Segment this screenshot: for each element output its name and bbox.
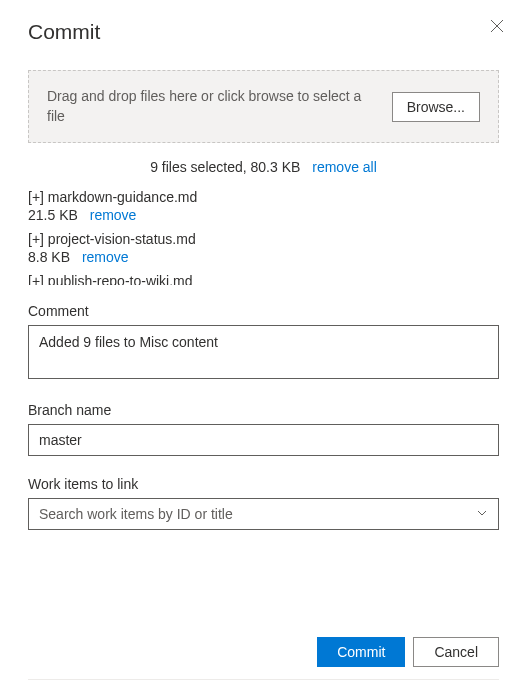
chevron-down-icon — [476, 506, 488, 522]
cancel-button[interactable]: Cancel — [413, 637, 499, 667]
branch-label: Branch name — [28, 402, 499, 418]
file-size: 8.8 KB — [28, 249, 70, 265]
workitems-dropdown[interactable]: Search work items by ID or title — [28, 498, 499, 530]
files-summary-text: 9 files selected, 80.3 KB — [150, 159, 300, 175]
file-item: [+] publish-repo-to-wiki.md — [28, 273, 493, 285]
file-item: [+] project-vision-status.md 8.8 KB remo… — [28, 231, 493, 265]
workitems-placeholder: Search work items by ID or title — [39, 506, 233, 522]
close-icon[interactable] — [489, 18, 505, 34]
file-name: [+] markdown-guidance.md — [28, 189, 493, 205]
file-name: [+] publish-repo-to-wiki.md — [28, 273, 493, 285]
dropzone-text: Drag and drop files here or click browse… — [47, 87, 376, 126]
file-size: 21.5 KB — [28, 207, 78, 223]
branch-field-group: Branch name — [28, 402, 499, 456]
browse-button[interactable]: Browse... — [392, 92, 480, 122]
commit-button[interactable]: Commit — [317, 637, 405, 667]
file-list[interactable]: [+] markdown-guidance.md 21.5 KB remove … — [28, 189, 499, 285]
comment-input[interactable]: Added 9 files to Misc content — [28, 325, 499, 379]
branch-input[interactable] — [28, 424, 499, 456]
comment-label: Comment — [28, 303, 499, 319]
file-item: [+] markdown-guidance.md 21.5 KB remove — [28, 189, 493, 223]
file-dropzone[interactable]: Drag and drop files here or click browse… — [28, 70, 499, 143]
workitems-field-group: Work items to link Search work items by … — [28, 476, 499, 530]
remove-file-link[interactable]: remove — [90, 207, 137, 223]
files-summary: 9 files selected, 80.3 KB remove all — [28, 159, 499, 175]
workitems-label: Work items to link — [28, 476, 499, 492]
dialog-title: Commit — [28, 20, 499, 44]
remove-all-link[interactable]: remove all — [312, 159, 377, 175]
remove-file-link[interactable]: remove — [82, 249, 129, 265]
comment-field-group: Comment Added 9 files to Misc content — [28, 303, 499, 382]
file-name: [+] project-vision-status.md — [28, 231, 493, 247]
commit-dialog: Commit Drag and drop files here or click… — [0, 0, 527, 700]
dialog-footer: Commit Cancel — [28, 617, 499, 680]
